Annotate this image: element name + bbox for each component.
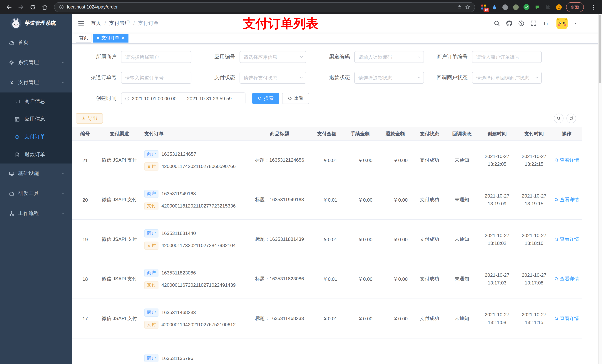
view-detail-link[interactable]: 查看详情 [554, 197, 579, 203]
channel-code-select[interactable] [354, 51, 424, 63]
merchant-order-line: 商户 1635311468233 [144, 308, 196, 316]
channel-order-no-input[interactable] [121, 72, 191, 83]
cell-action: 查看详情 [552, 180, 582, 219]
sidebar-item-payment-management[interactable]: 支付管理 [0, 73, 72, 93]
extension-icon-drop[interactable] [491, 4, 498, 10]
cell-action: 查看详情 [552, 259, 582, 299]
filter-field-create-time: 创建时间 2021-10-01 00:00:00 - 2021-10-31 23… [76, 93, 246, 104]
cell-pay-time: 2021-10-27 13:17:08 [516, 259, 552, 299]
site-info-icon[interactable] [59, 4, 64, 10]
window-scrollbar[interactable] [598, 14, 602, 364]
font-size-icon[interactable] [542, 20, 549, 27]
tab-pay-order[interactable]: 支付订单 [93, 33, 129, 42]
github-icon[interactable] [506, 20, 512, 27]
extension-icon-multicolor[interactable]: 10 [480, 4, 487, 10]
help-icon[interactable] [518, 20, 525, 27]
view-detail-link[interactable]: 查看详情 [554, 236, 579, 243]
browser-back-button[interactable] [4, 2, 14, 12]
payment-submenu: 商户信息 应用信息 支付订单 退款订单 [0, 93, 72, 164]
browser-update-button[interactable]: 更新 [566, 2, 584, 12]
pay-tag: 支付 [144, 281, 159, 289]
table-row: 18 微信 JSAPI 支付 商户 1635311823086 支付 42000… [72, 259, 582, 299]
sidebar-item-refund-order[interactable]: 退款订单 [0, 146, 72, 164]
filter-label: 应用编号 [194, 54, 235, 60]
cell-create-time: 2021-10-27 13:18:02 [478, 220, 516, 259]
refund-status-select[interactable] [354, 72, 424, 83]
sidebar-item-pay-order[interactable]: 支付订单 [0, 128, 72, 146]
bookmark-star-icon[interactable] [465, 4, 470, 10]
app-no-select[interactable] [239, 51, 306, 63]
tab-home[interactable]: 首页 [76, 33, 91, 42]
address-bar[interactable]: localhost:1024/pay/order [54, 2, 475, 12]
avatar-caret-down-icon[interactable] [573, 21, 578, 26]
extension-icon-gray[interactable] [502, 4, 508, 10]
search-icon[interactable] [494, 20, 500, 27]
app-title: 芋道管理系统 [25, 20, 56, 27]
browser-forward-button[interactable] [16, 2, 26, 12]
range-end-value: 2021-10-31 23:59:59 [187, 96, 232, 101]
browser-menu-icon[interactable] [588, 2, 598, 12]
sidebar-item-home[interactable]: 首页 [0, 32, 72, 52]
search-button[interactable]: 搜索 [252, 93, 279, 104]
pay-order-no: 4200001194202110276752100612 [161, 322, 236, 327]
toggle-search-button[interactable] [554, 114, 563, 123]
document-icon [14, 152, 20, 157]
app-logo[interactable]: 芋道管理系统 [0, 14, 72, 32]
breadcrumb-payment[interactable]: 支付管理 [109, 20, 130, 27]
chevron-up-icon [61, 80, 65, 85]
filter-field-refund-status: 退款状态 [309, 72, 424, 83]
url-text[interactable]: localhost:1024/pay/order [67, 4, 454, 10]
sidebar-item-workflow[interactable]: 工作流程 [0, 203, 72, 223]
sidebar-item-label: 系统管理 [18, 59, 39, 66]
sidebar-item-system-management[interactable]: 系统管理 [0, 52, 72, 73]
export-button[interactable]: 导出 [76, 113, 103, 124]
extension-icon-chat[interactable] [534, 4, 540, 10]
fullscreen-icon[interactable] [530, 20, 537, 27]
extension-icon-olive[interactable] [512, 4, 519, 10]
user-avatar[interactable] [557, 18, 568, 29]
profile-avatar-icon[interactable] [555, 4, 562, 10]
sidebar-item-app-info[interactable]: 应用信息 [0, 110, 72, 128]
refresh-table-button[interactable] [567, 114, 576, 123]
cell-notify-status: 未通知 [446, 259, 478, 299]
close-icon[interactable] [121, 36, 125, 40]
aim-icon [14, 134, 20, 140]
hamburger-icon[interactable] [77, 20, 85, 27]
breadcrumb-home[interactable]: 首页 [91, 20, 101, 27]
sidebar-item-merchant-info[interactable]: 商户信息 [0, 93, 72, 110]
breadcrumb-separator: / [104, 20, 106, 26]
cell-create-time: 2021-10-27 13:22:05 [478, 141, 516, 180]
extension-badge: 10 [484, 8, 489, 12]
scrollbar-thumb[interactable] [599, 15, 601, 83]
filter-label: 退款状态 [309, 74, 350, 81]
merchant-tag: 商户 [144, 308, 159, 316]
notify-status-select[interactable] [472, 72, 542, 83]
reset-button[interactable]: 重置 [282, 93, 309, 104]
view-detail-link[interactable]: 查看详情 [554, 276, 579, 282]
table-header: 编号 支付渠道 支付订单 商品标题 支付金额 手续金额 退款金额 支付状态 回调… [72, 127, 582, 141]
sidebar-item-dev-tools[interactable]: 研发工具 [0, 184, 72, 203]
merchant-filter-input[interactable] [121, 51, 191, 63]
cell-action: 查看详情 [552, 141, 582, 180]
view-detail-link[interactable]: 查看详情 [554, 157, 579, 164]
table-row: 20 微信 JSAPI 支付 商户 1635311949168 支付 42000… [72, 180, 582, 220]
share-icon[interactable] [457, 4, 462, 10]
browser-reload-button[interactable] [27, 2, 38, 12]
cell-notify-status: 未通知 [446, 141, 478, 180]
pay-status-select[interactable] [239, 72, 306, 83]
pay-order-line: 支付 4200001194202110276752100612 [144, 321, 236, 329]
cell-pay-order: 商户 1635311949168 支付 42000011812021102777… [141, 180, 248, 219]
filter-field-merchant: 所属商户 [76, 51, 191, 63]
create-time-range-picker[interactable]: 2021-10-01 00:00:00 - 2021-10-31 23:59:5… [121, 93, 246, 104]
extensions-puzzle-icon[interactable] [545, 4, 551, 10]
extension-icon-green-check[interactable] [523, 4, 530, 10]
chevron-down-icon [61, 171, 65, 176]
sidebar-item-infrastructure[interactable]: 基础设施 [0, 164, 72, 184]
browser-home-button[interactable] [39, 2, 50, 12]
merchant-order-line: 商户 1635311881440 [144, 229, 196, 237]
pay-order-line: 支付 4200001173202110272847982104 [144, 241, 236, 250]
view-detail-link[interactable]: 查看详情 [554, 315, 579, 322]
merchant-order-line: 商户 163531135796 [144, 354, 193, 362]
merchant-order-no-input[interactable] [472, 51, 542, 63]
main-area: 首页 / 支付管理 / 支付订单 支付订单列表 [72, 14, 602, 364]
